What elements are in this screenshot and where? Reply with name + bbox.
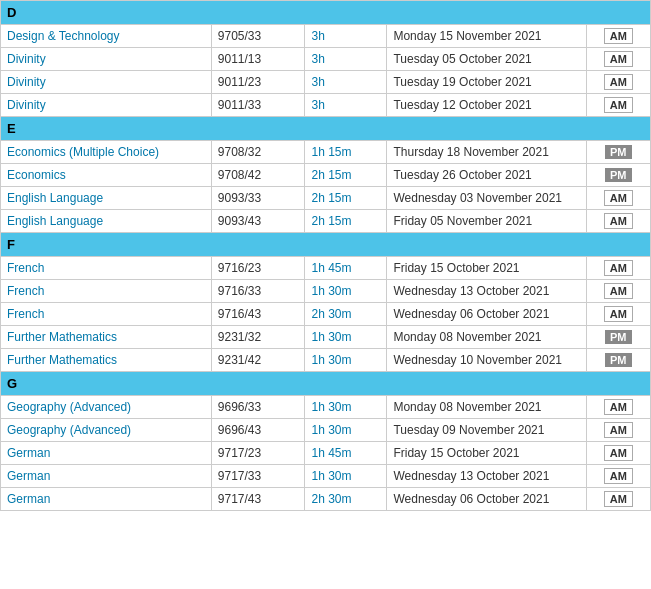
session-badge: PM [605, 353, 632, 367]
session-badge: AM [604, 260, 633, 276]
section-letter: E [1, 117, 651, 141]
session-cell: AM [586, 25, 650, 48]
session-badge: AM [604, 491, 633, 507]
code-cell: 9231/42 [211, 349, 305, 372]
table-row: French9716/231h 45mFriday 15 October 202… [1, 257, 651, 280]
code-cell: 9696/43 [211, 419, 305, 442]
session-cell: AM [586, 187, 650, 210]
table-row: English Language9093/332h 15mWednesday 0… [1, 187, 651, 210]
duration-cell: 3h [305, 71, 387, 94]
date-cell: Friday 15 October 2021 [387, 257, 586, 280]
duration-cell: 1h 30m [305, 396, 387, 419]
table-row: German9717/331h 30mWednesday 13 October … [1, 465, 651, 488]
code-cell: 9696/33 [211, 396, 305, 419]
session-badge: AM [604, 283, 633, 299]
subject-cell: French [1, 257, 212, 280]
table-row: French9716/331h 30mWednesday 13 October … [1, 280, 651, 303]
duration-cell: 1h 30m [305, 349, 387, 372]
table-row: Further Mathematics9231/421h 30mWednesda… [1, 349, 651, 372]
date-cell: Wednesday 06 October 2021 [387, 488, 586, 511]
date-cell: Wednesday 03 November 2021 [387, 187, 586, 210]
session-badge: PM [605, 145, 632, 159]
code-cell: 9011/33 [211, 94, 305, 117]
date-cell: Friday 05 November 2021 [387, 210, 586, 233]
duration-cell: 1h 30m [305, 326, 387, 349]
session-cell: AM [586, 488, 650, 511]
section-letter: D [1, 1, 651, 25]
subject-cell: German [1, 465, 212, 488]
date-cell: Tuesday 26 October 2021 [387, 164, 586, 187]
date-cell: Friday 15 October 2021 [387, 442, 586, 465]
table-row: German9717/432h 30mWednesday 06 October … [1, 488, 651, 511]
table-row: Further Mathematics9231/321h 30mMonday 0… [1, 326, 651, 349]
subject-cell: Further Mathematics [1, 326, 212, 349]
session-cell: PM [586, 349, 650, 372]
session-badge: AM [604, 97, 633, 113]
date-cell: Tuesday 19 October 2021 [387, 71, 586, 94]
table-row: English Language9093/432h 15mFriday 05 N… [1, 210, 651, 233]
date-cell: Wednesday 06 October 2021 [387, 303, 586, 326]
table-row: Geography (Advanced)9696/331h 30mMonday … [1, 396, 651, 419]
code-cell: 9093/43 [211, 210, 305, 233]
code-cell: 9716/43 [211, 303, 305, 326]
session-cell: AM [586, 442, 650, 465]
session-badge: AM [604, 399, 633, 415]
session-cell: AM [586, 419, 650, 442]
duration-cell: 3h [305, 48, 387, 71]
duration-cell: 1h 30m [305, 280, 387, 303]
session-cell: PM [586, 141, 650, 164]
date-cell: Wednesday 13 October 2021 [387, 465, 586, 488]
table-row: Divinity9011/233hTuesday 19 October 2021… [1, 71, 651, 94]
session-badge: AM [604, 468, 633, 484]
code-cell: 9011/13 [211, 48, 305, 71]
subject-cell: Geography (Advanced) [1, 419, 212, 442]
subject-cell: German [1, 442, 212, 465]
session-badge: AM [604, 445, 633, 461]
date-cell: Monday 15 November 2021 [387, 25, 586, 48]
session-badge: PM [605, 168, 632, 182]
code-cell: 9708/32 [211, 141, 305, 164]
date-cell: Tuesday 05 October 2021 [387, 48, 586, 71]
subject-cell: Economics (Multiple Choice) [1, 141, 212, 164]
table-row: Economics9708/422h 15mTuesday 26 October… [1, 164, 651, 187]
date-cell: Monday 08 November 2021 [387, 396, 586, 419]
session-cell: AM [586, 48, 650, 71]
table-row: Divinity9011/333hTuesday 12 October 2021… [1, 94, 651, 117]
exam-timetable: DDesign & Technology9705/333hMonday 15 N… [0, 0, 651, 511]
session-badge: AM [604, 306, 633, 322]
code-cell: 9705/33 [211, 25, 305, 48]
subject-cell: Design & Technology [1, 25, 212, 48]
subject-cell: Further Mathematics [1, 349, 212, 372]
code-cell: 9231/32 [211, 326, 305, 349]
section-letter: F [1, 233, 651, 257]
session-cell: AM [586, 94, 650, 117]
date-cell: Monday 08 November 2021 [387, 326, 586, 349]
code-cell: 9011/23 [211, 71, 305, 94]
section-header-e: E [1, 117, 651, 141]
date-cell: Tuesday 12 October 2021 [387, 94, 586, 117]
session-cell: AM [586, 465, 650, 488]
subject-cell: Divinity [1, 71, 212, 94]
session-badge: AM [604, 51, 633, 67]
duration-cell: 1h 30m [305, 419, 387, 442]
table-row: Design & Technology9705/333hMonday 15 No… [1, 25, 651, 48]
section-letter: G [1, 372, 651, 396]
subject-cell: English Language [1, 210, 212, 233]
session-cell: AM [586, 71, 650, 94]
subject-cell: Divinity [1, 48, 212, 71]
code-cell: 9708/42 [211, 164, 305, 187]
date-cell: Wednesday 13 October 2021 [387, 280, 586, 303]
session-badge: AM [604, 190, 633, 206]
code-cell: 9716/33 [211, 280, 305, 303]
duration-cell: 2h 15m [305, 187, 387, 210]
duration-cell: 1h 30m [305, 465, 387, 488]
session-cell: AM [586, 303, 650, 326]
section-header-g: G [1, 372, 651, 396]
subject-cell: French [1, 280, 212, 303]
table-row: Geography (Advanced)9696/431h 30mTuesday… [1, 419, 651, 442]
subject-cell: Divinity [1, 94, 212, 117]
duration-cell: 2h 15m [305, 210, 387, 233]
session-badge: AM [604, 213, 633, 229]
session-badge: AM [604, 74, 633, 90]
subject-cell: Economics [1, 164, 212, 187]
